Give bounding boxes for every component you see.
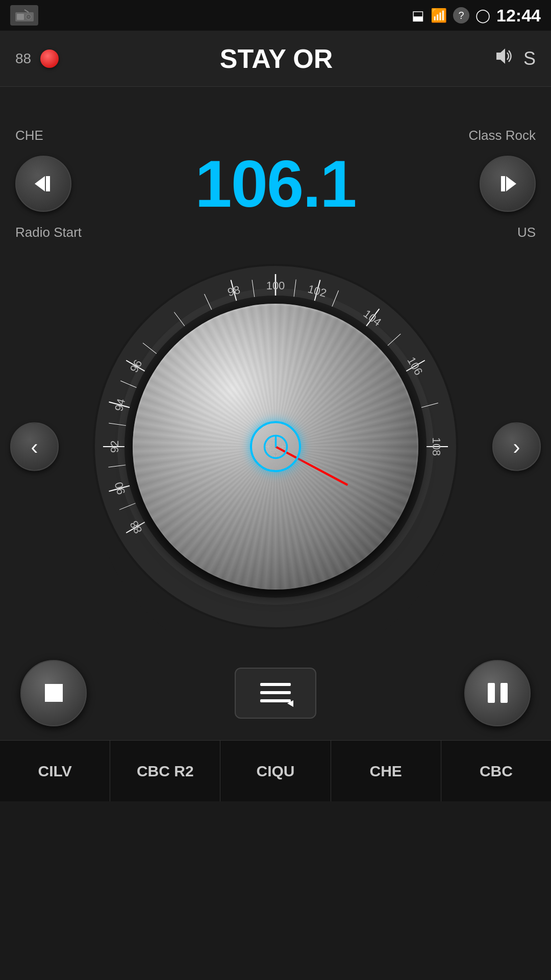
status-bar-right: ⬓ 📶 ? ◯ 12:44 xyxy=(412,6,541,26)
svg-rect-49 xyxy=(45,684,63,702)
status-time: 12:44 xyxy=(496,6,541,26)
prev-station-button[interactable] xyxy=(15,156,71,212)
app-icon xyxy=(10,5,38,26)
s-label: S xyxy=(523,48,536,69)
dial-knob[interactable] xyxy=(133,304,418,590)
scroll-text: I STAY OR SHOULD I GO BY THE CLASH ON CH… xyxy=(0,94,551,113)
station-tab-cbc[interactable]: CBC xyxy=(441,741,551,801)
station-tab-ciqu[interactable]: CIQU xyxy=(220,741,331,801)
dial-section: ‹ 88 90 92 xyxy=(0,248,551,646)
svg-rect-9 xyxy=(501,176,505,191)
svg-rect-7 xyxy=(46,176,50,191)
region-label: US xyxy=(517,225,536,240)
svg-text:100: 100 xyxy=(266,279,285,292)
top-bar: 88 STAY OR S xyxy=(0,31,551,87)
power-button[interactable] xyxy=(250,421,301,472)
svg-text:92: 92 xyxy=(108,440,121,453)
station-tab-cbc-r2[interactable]: CBC R2 xyxy=(110,741,220,801)
left-arrow-icon: ‹ xyxy=(31,434,38,459)
frequency-section: 106.1 xyxy=(0,151,551,217)
station-name: CHE xyxy=(15,128,43,143)
channel-number: 88 xyxy=(15,51,31,67)
svg-rect-51 xyxy=(260,691,291,694)
bottom-controls xyxy=(0,646,551,740)
station-tab-che[interactable]: CHE xyxy=(331,741,441,801)
svg-line-4 xyxy=(24,10,29,12)
next-station-button[interactable] xyxy=(480,156,536,212)
dial-right-button[interactable]: › xyxy=(492,423,541,471)
svg-marker-5 xyxy=(496,48,505,64)
status-bar-left xyxy=(10,5,38,26)
svg-point-3 xyxy=(28,16,30,18)
record-indicator xyxy=(40,50,59,68)
status-bar: ⬓ 📶 ? ◯ 12:44 xyxy=(0,0,551,31)
bluetooth-icon: ⬓ xyxy=(412,8,424,23)
station-genre: Class Rock xyxy=(469,128,536,143)
question-icon: ? xyxy=(453,7,469,23)
speaker-icon[interactable] xyxy=(494,45,515,71)
wifi-icon: 📶 xyxy=(431,8,447,23)
power-status-icon: ◯ xyxy=(475,8,490,23)
station-tab-cilv[interactable]: CILV xyxy=(0,741,110,801)
menu-button[interactable] xyxy=(235,668,316,719)
frequency-display: 106.1 xyxy=(71,145,480,222)
svg-rect-52 xyxy=(260,699,291,702)
svg-rect-1 xyxy=(17,14,24,20)
svg-text:108: 108 xyxy=(430,437,443,456)
pause-button[interactable] xyxy=(464,660,531,726)
station-tabs: CILV CBC R2 CIQU CHE CBC xyxy=(0,740,551,801)
dial-container[interactable]: 88 90 92 94 96 98 xyxy=(92,263,459,630)
right-arrow-icon: › xyxy=(513,434,520,459)
svg-rect-50 xyxy=(260,683,291,686)
top-bar-right: S xyxy=(494,45,536,71)
radio-start-label: Radio Start xyxy=(15,225,82,240)
svg-marker-8 xyxy=(506,176,516,191)
dial-left-button[interactable]: ‹ xyxy=(10,423,59,471)
scroll-text-bar: I STAY OR SHOULD I GO BY THE CLASH ON CH… xyxy=(0,87,551,120)
now-playing-title: STAY OR xyxy=(59,43,494,74)
svg-marker-6 xyxy=(35,176,45,191)
stop-button[interactable] xyxy=(20,660,87,726)
top-bar-left: 88 xyxy=(15,50,59,68)
svg-rect-55 xyxy=(500,683,508,703)
svg-rect-54 xyxy=(488,683,495,703)
